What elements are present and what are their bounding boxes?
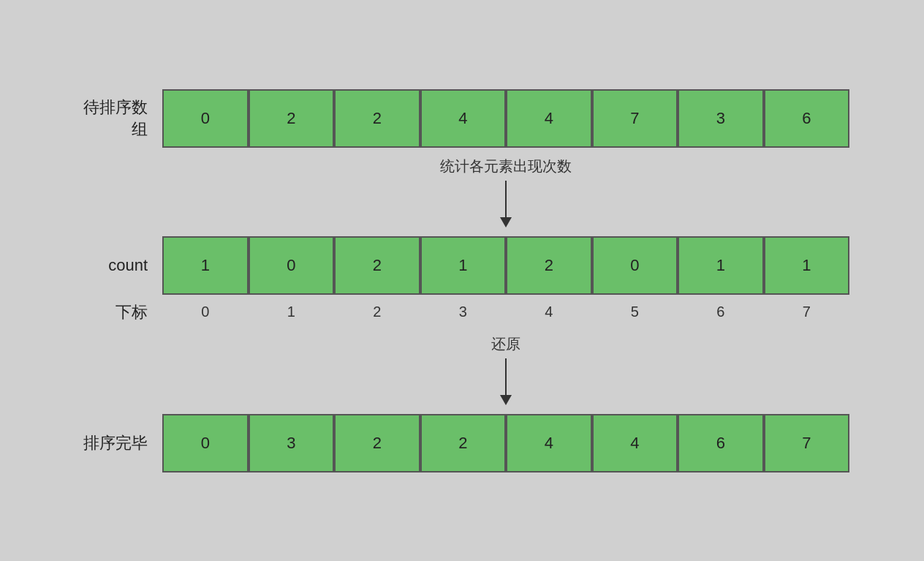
index-cell-7: 7 <box>764 299 850 325</box>
input-cell-0: 0 <box>162 89 249 148</box>
arrow2-container: 还原 <box>162 331 849 408</box>
count-cell-2: 2 <box>334 236 420 295</box>
sorted-cell-0: 0 <box>162 414 249 472</box>
index-label: 下标 <box>75 301 148 323</box>
arrow1-container: 统计各元素出现次数 <box>162 154 849 230</box>
index-cell-2: 2 <box>334 299 420 325</box>
count-label: count <box>75 256 148 275</box>
input-array-label: 待排序数组 <box>75 97 148 140</box>
index-cell-5: 5 <box>592 299 678 325</box>
arrow1-section: 统计各元素出现次数 <box>75 154 849 230</box>
input-cell-6: 3 <box>678 89 764 148</box>
input-cell-4: 4 <box>506 89 592 148</box>
count-cell-6: 1 <box>678 236 764 295</box>
index-cell-3: 3 <box>420 299 507 325</box>
input-cell-7: 6 <box>764 89 850 148</box>
sorted-cell-6: 6 <box>678 414 764 472</box>
index-row: 下标 01234567 <box>75 299 849 325</box>
arrow2-section: 还原 <box>75 331 849 408</box>
sorted-array-row: 排序完毕 03224467 <box>75 414 849 472</box>
arrow1-head <box>500 217 512 227</box>
sorted-cell-7: 7 <box>764 414 850 472</box>
count-array-row: count 10212011 <box>75 236 849 295</box>
input-array-row: 待排序数组 02244736 <box>75 89 849 148</box>
count-cell-5: 0 <box>592 236 678 295</box>
sorted-cell-1: 3 <box>249 414 335 472</box>
sorted-cell-5: 4 <box>592 414 678 472</box>
arrow2-line <box>505 358 507 395</box>
index-cell-0: 0 <box>162 299 249 325</box>
arrow1-column: 统计各元素出现次数 <box>440 157 572 227</box>
count-cell-1: 0 <box>249 236 335 295</box>
sorted-cell-2: 2 <box>334 414 420 472</box>
input-cell-1: 2 <box>249 89 335 148</box>
index-cell-1: 1 <box>249 299 335 325</box>
sorted-label: 排序完毕 <box>75 432 148 454</box>
diagram: 待排序数组 02244736 统计各元素出现次数 count 10212011 … <box>60 67 864 494</box>
count-cell-4: 2 <box>506 236 592 295</box>
sorted-array-cells: 03224467 <box>162 414 849 472</box>
arrow2-label: 还原 <box>491 334 520 354</box>
input-cell-2: 2 <box>334 89 420 148</box>
arrow2-column: 还原 <box>491 334 520 405</box>
count-array-cells: 10212011 <box>162 236 849 295</box>
count-cell-7: 1 <box>764 236 850 295</box>
count-cell-0: 1 <box>162 236 249 295</box>
arrow1-line <box>505 181 507 217</box>
index-cell-4: 4 <box>506 299 592 325</box>
input-cell-3: 4 <box>420 89 507 148</box>
arrow1-label: 统计各元素出现次数 <box>440 157 572 176</box>
index-cell-6: 6 <box>678 299 764 325</box>
input-array-cells: 02244736 <box>162 89 849 148</box>
input-cell-5: 7 <box>592 89 678 148</box>
index-cells: 01234567 <box>162 299 849 325</box>
count-cell-3: 1 <box>420 236 507 295</box>
sorted-cell-4: 4 <box>506 414 592 472</box>
sorted-cell-3: 2 <box>420 414 507 472</box>
arrow2-head <box>500 395 512 405</box>
